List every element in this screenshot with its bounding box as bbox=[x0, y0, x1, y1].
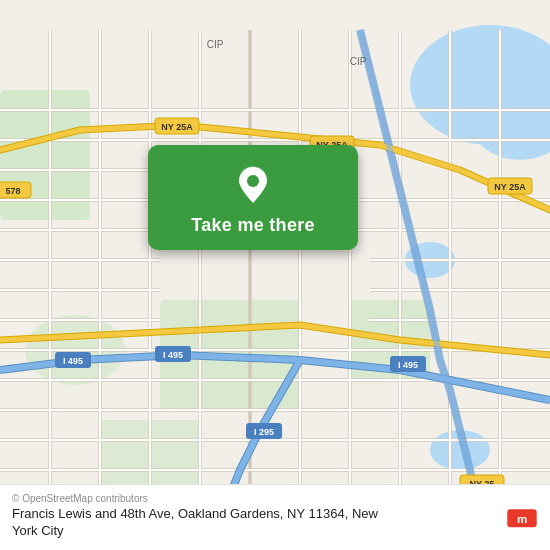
svg-text:578: 578 bbox=[5, 186, 20, 196]
attribution-text: © OpenStreetMap contributors bbox=[12, 493, 392, 504]
take-me-there-button[interactable]: Take me there bbox=[148, 145, 358, 250]
address-text: Francis Lewis and 48th Ave, Oakland Gard… bbox=[12, 506, 392, 540]
svg-text:I 495: I 495 bbox=[163, 350, 183, 360]
take-me-there-label: Take me there bbox=[191, 215, 315, 236]
moovit-logo: m bbox=[506, 501, 538, 533]
map-svg: NY 25A NY 25A I 495 I 495 I 495 I 295 CI… bbox=[0, 0, 550, 550]
moovit-logo-svg: m bbox=[506, 501, 538, 533]
svg-point-84 bbox=[247, 175, 259, 187]
map-container: NY 25A NY 25A I 495 I 495 I 495 I 295 CI… bbox=[0, 0, 550, 550]
svg-text:I 495: I 495 bbox=[63, 356, 83, 366]
svg-text:NY 25A: NY 25A bbox=[494, 182, 526, 192]
bottom-left: © OpenStreetMap contributors Francis Lew… bbox=[12, 493, 392, 540]
svg-text:I 495: I 495 bbox=[398, 360, 418, 370]
svg-text:m: m bbox=[517, 512, 527, 524]
svg-text:CIP: CIP bbox=[207, 39, 224, 50]
svg-text:NY 25A: NY 25A bbox=[161, 122, 193, 132]
location-pin-icon bbox=[231, 163, 275, 207]
svg-text:CIP: CIP bbox=[350, 56, 367, 67]
bottom-bar: © OpenStreetMap contributors Francis Lew… bbox=[0, 484, 550, 550]
svg-text:I 295: I 295 bbox=[254, 427, 274, 437]
